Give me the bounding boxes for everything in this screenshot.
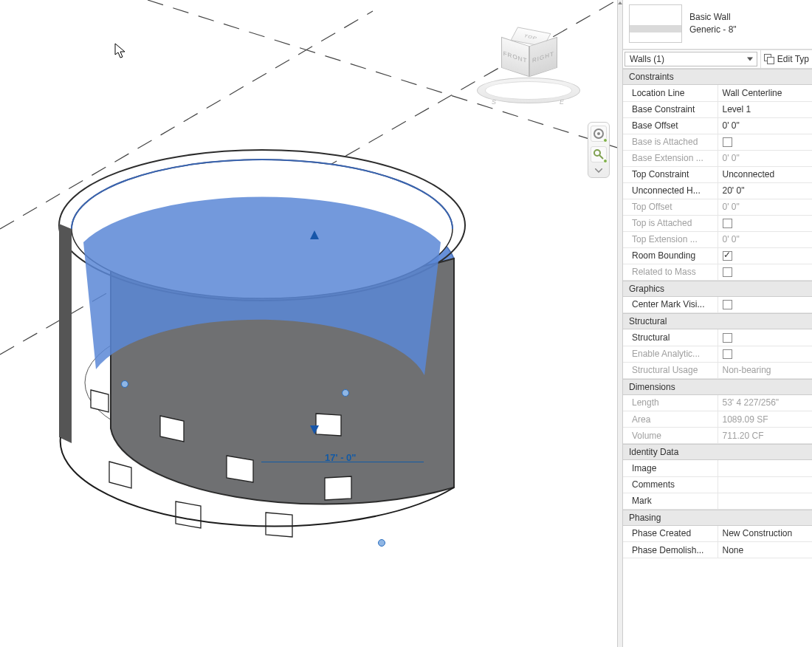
- prop-room-bounding-checkbox[interactable]: [723, 251, 732, 261]
- svg-line-9: [599, 155, 603, 159]
- prop-area-label: Area: [623, 411, 718, 428]
- prop-structural-usage-label: Structural Usage: [623, 362, 718, 378]
- drag-grip[interactable]: [342, 389, 349, 397]
- selection-filter-dropdown[interactable]: Walls (1): [625, 52, 757, 66]
- temporary-dimension[interactable]: 17' - 0": [325, 452, 357, 463]
- prop-top-offset-label: Top Offset: [623, 199, 718, 215]
- prop-base-constraint-label: Base Constraint: [623, 101, 718, 117]
- section-identity[interactable]: Identity Data: [623, 444, 812, 460]
- model-viewport[interactable]: 17' - 0" S E TOP FRONT RIGHT: [0, 0, 617, 647]
- prop-image-label: Image: [623, 460, 718, 476]
- prop-center-mark-checkbox[interactable]: [723, 300, 732, 309]
- prop-length-value: 53' 4 227/256": [718, 395, 812, 411]
- prop-base-attached-label: Base is Attached: [623, 134, 718, 150]
- prop-enable-analytic-label: Enable Analytic...: [623, 346, 718, 362]
- prop-base-constraint-value[interactable]: Level 1: [718, 101, 812, 117]
- prop-top-attached-label: Top is Attached: [623, 215, 718, 231]
- nav-wheel-button[interactable]: [591, 126, 607, 142]
- prop-top-attached-checkbox: [723, 219, 732, 228]
- navigation-bar: [588, 122, 610, 178]
- prop-base-offset-value[interactable]: 0' 0": [718, 117, 812, 134]
- nav-expand-chevron-icon[interactable]: [591, 167, 607, 174]
- properties-panel: Basic Wall Generic - 8" Walls (1) Edit T…: [623, 0, 812, 647]
- prop-base-ext-value: 0' 0": [718, 150, 812, 166]
- section-phasing[interactable]: Phasing: [623, 510, 812, 526]
- section-structural[interactable]: Structural: [623, 313, 812, 329]
- nav-zoom-button[interactable]: [591, 146, 607, 162]
- prop-phase-created-label: Phase Created: [623, 526, 718, 542]
- flip-arrow-down-icon[interactable]: [310, 425, 319, 434]
- section-graphics[interactable]: Graphics: [623, 281, 812, 297]
- prop-comments-value[interactable]: [718, 476, 812, 493]
- prop-structural-usage-value: Non-bearing: [718, 362, 812, 378]
- prop-related-mass-checkbox: [723, 267, 732, 277]
- prop-top-ext-value: 0' 0": [718, 231, 812, 247]
- flip-arrow-up-icon[interactable]: [310, 230, 319, 239]
- prop-image-value[interactable]: [718, 460, 812, 476]
- compass-s: S: [492, 98, 496, 106]
- svg-point-8: [594, 150, 600, 156]
- edit-type-label: Edit Typ: [777, 54, 809, 64]
- prop-phase-created-value[interactable]: New Construction: [718, 526, 812, 542]
- prop-volume-label: Volume: [623, 428, 718, 444]
- prop-top-ext-label: Top Extension ...: [623, 231, 718, 247]
- prop-unconnected-h-value[interactable]: 20' 0": [718, 182, 812, 199]
- prop-location-line-value[interactable]: Wall Centerline: [718, 85, 812, 101]
- prop-comments-label: Comments: [623, 476, 718, 493]
- edit-type-button[interactable]: Edit Typ: [760, 50, 812, 68]
- drag-grip[interactable]: [121, 380, 128, 388]
- edit-type-icon: [764, 54, 774, 64]
- prop-volume-value: 711.20 CF: [718, 428, 812, 444]
- prop-base-ext-label: Base Extension ...: [623, 150, 718, 166]
- prop-top-offset-value: 0' 0": [718, 199, 812, 215]
- viewcube[interactable]: S E TOP FRONT RIGHT: [477, 33, 580, 107]
- prop-structural-label: Structural: [623, 329, 718, 346]
- type-thumbnail[interactable]: [629, 4, 682, 43]
- prop-length-label: Length: [623, 395, 718, 411]
- prop-phase-demolished-label: Phase Demolish...: [623, 542, 718, 558]
- prop-location-line-label: Location Line: [623, 85, 718, 101]
- prop-area-value: 1089.09 SF: [718, 411, 812, 428]
- section-constraints[interactable]: Constraints: [623, 69, 812, 85]
- prop-base-offset-label: Base Offset: [623, 117, 718, 134]
- prop-phase-demolished-value[interactable]: None: [718, 542, 812, 558]
- panel-splitter[interactable]: [617, 0, 623, 647]
- prop-room-bounding-label: Room Bounding: [623, 247, 718, 264]
- prop-top-constraint-label: Top Constraint: [623, 166, 718, 182]
- prop-unconnected-h-label: Unconnected H...: [623, 182, 718, 199]
- type-name-label: Generic - 8": [689, 24, 737, 36]
- prop-mark-label: Mark: [623, 493, 718, 509]
- svg-point-7: [597, 132, 600, 135]
- prop-mark-value[interactable]: [718, 493, 812, 509]
- section-dimensions[interactable]: Dimensions: [623, 379, 812, 395]
- compass-e: E: [560, 98, 564, 106]
- prop-related-mass-label: Related to Mass: [623, 264, 718, 280]
- prop-base-attached-checkbox: [723, 137, 732, 147]
- prop-structural-checkbox[interactable]: [723, 333, 732, 343]
- prop-top-constraint-value[interactable]: Unconnected: [718, 166, 812, 182]
- prop-center-mark-label: Center Mark Visi...: [623, 297, 718, 313]
- prop-enable-analytic-checkbox: [723, 349, 732, 359]
- drag-grip[interactable]: [378, 539, 385, 547]
- type-family-label: Basic Wall: [689, 11, 737, 24]
